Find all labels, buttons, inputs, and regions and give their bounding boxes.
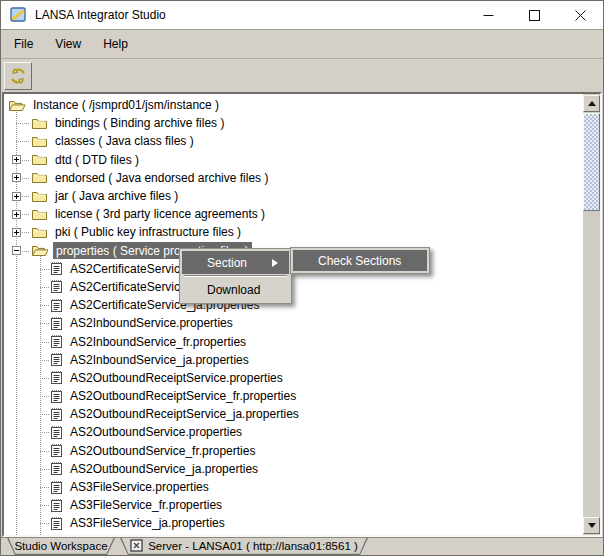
maximize-icon [529,10,540,21]
expander-minus-icon[interactable] [12,246,21,255]
server-x-icon [130,539,143,552]
context-menu: Section Download [179,248,292,304]
tab-label: Server - LANSA01 ( http://lansa01:8561 ) [148,540,358,552]
file-icon [50,261,63,276]
menu-view[interactable]: View [44,30,92,58]
tree-item-file[interactable]: AS2OutboundService_ja.properties [4,460,583,478]
file-icon [50,298,63,313]
file-icon [50,316,63,331]
menu-bar: File View Help [1,30,603,58]
tree-item-endorsed[interactable]: endorsed ( Java endorsed archive files ) [4,169,583,187]
tree-item-pki[interactable]: pki ( Public key infrastructure files ) [4,223,583,241]
tree-item-file[interactable]: AS3FileService.properties [4,478,583,496]
tree-item-license[interactable]: license ( 3rd party licence agreements ) [4,205,583,223]
folder-icon [31,116,48,131]
expander-plus-icon[interactable] [12,228,21,237]
scrollbar-thumb[interactable] [583,113,600,211]
tree-item-classes[interactable]: classes ( Java class files ) [4,132,583,150]
refresh-button[interactable] [4,62,32,90]
context-menu-item-download[interactable]: Download [182,278,289,301]
file-tree: Instance ( /jsmprd01/jsm/instance ) bind… [4,94,583,535]
folder-open-icon [8,98,26,113]
file-icon [50,407,63,422]
tree-item-file[interactable]: AS2CertificateService_ja.properties [4,296,583,314]
tree-item-jar[interactable]: jar ( Java archive files ) [4,187,583,205]
tree-item-file[interactable]: AS2InboundService_ja.properties [4,351,583,369]
vertical-scrollbar[interactable] [583,94,600,535]
tree-item-file[interactable]: AS2OutboundReceiptService.properties [4,369,583,387]
tree-item-bindings[interactable]: bindings ( Binding archive files ) [4,114,583,132]
file-icon [50,425,63,440]
tab-studio-workspace[interactable]: Studio Workspace [7,538,115,555]
file-icon [50,334,63,349]
folder-open-icon [31,243,49,258]
minimize-icon [483,10,494,21]
folder-icon [31,152,48,167]
refresh-icon [8,66,28,86]
scroll-down-button[interactable] [583,517,600,534]
tree-item-file[interactable]: AS2InboundService.properties [4,314,583,332]
folder-icon [31,170,48,185]
tree-item-file[interactable]: AS3FileService_ja.properties [4,514,583,532]
tree-item-file[interactable]: AS3FileService_fr.properties [4,496,583,514]
up-arrow-icon [588,97,596,106]
expander-plus-icon[interactable] [12,155,21,164]
menu-help[interactable]: Help [92,30,139,58]
close-button[interactable] [557,1,603,29]
tree-panel: Instance ( /jsmprd01/jsm/instance ) bind… [2,92,602,537]
tree-item-dtd[interactable]: dtd ( DTD files ) [4,151,583,169]
context-submenu: Check Sections [290,247,430,274]
minimize-button[interactable] [465,1,511,29]
folder-icon [31,225,48,240]
menu-file[interactable]: File [3,30,44,58]
file-icon [50,352,63,367]
app-icon [10,7,27,23]
tree-item-file[interactable]: AS2OutboundReceiptService_ja.properties [4,405,583,423]
tree-item-file[interactable]: AS2OutboundService_fr.properties [4,442,583,460]
tab-label: Studio Workspace [14,540,107,552]
submenu-arrow-icon [272,259,282,267]
tree-item-file[interactable]: AS2CertificateService_fr.properties [4,278,583,296]
file-icon [50,516,63,531]
title-bar: LANSA Integrator Studio [1,1,603,30]
submenu-item-check-sections[interactable]: Check Sections [293,250,427,271]
tab-server[interactable]: Server - LANSA01 ( http://lansa01:8561 ) [120,538,368,555]
tree-item-instance[interactable]: Instance ( /jsmprd01/jsm/instance ) [4,96,583,114]
workspace-tab-bar: Studio Workspace Server - LANSA01 ( http… [1,537,603,555]
app-window: LANSA Integrator Studio File View Help I… [0,0,604,556]
folder-icon [31,207,48,222]
down-arrow-icon [588,523,596,532]
file-icon [50,279,63,294]
expander-plus-icon[interactable] [12,173,21,182]
folder-icon [31,189,48,204]
tree-item-file[interactable]: AS2InboundService_fr.properties [4,332,583,350]
tree-item-file[interactable]: AS2OutboundService.properties [4,423,583,441]
expander-plus-icon[interactable] [12,210,21,219]
folder-icon [31,134,48,149]
file-icon [50,370,63,385]
scroll-up-button[interactable] [583,95,600,112]
close-icon [575,10,586,21]
expander-plus-icon[interactable] [12,192,21,201]
file-icon [50,498,63,513]
context-menu-item-section[interactable]: Section [182,251,289,274]
file-icon [50,461,63,476]
maximize-button[interactable] [511,1,557,29]
file-icon [50,480,63,495]
window-title: LANSA Integrator Studio [35,8,166,22]
file-icon [50,443,63,458]
toolbar [1,58,603,92]
file-icon [50,389,63,404]
tree-item-file[interactable]: AS2OutboundReceiptService_fr.properties [4,387,583,405]
menu-separator [184,275,287,277]
